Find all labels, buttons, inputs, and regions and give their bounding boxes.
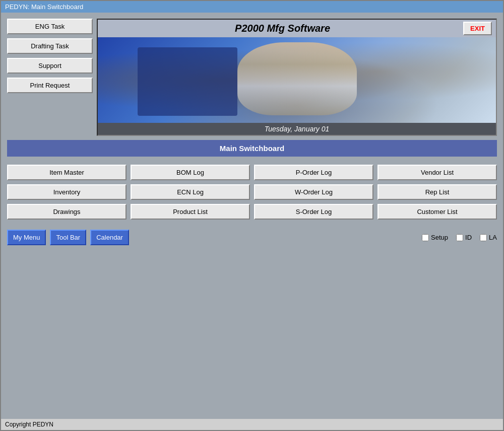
- la-checkbox[interactable]: [480, 234, 487, 241]
- s-order-log-button[interactable]: S-Order Log: [254, 204, 373, 220]
- print-request-button[interactable]: Print Request: [7, 78, 93, 93]
- window-title: PEDYN: Main Switchboard: [5, 3, 83, 11]
- tool-bar-button[interactable]: Tool Bar: [50, 230, 86, 245]
- grid-buttons: Item Master BOM Log P-Order Log Vendor L…: [7, 161, 497, 224]
- la-label: LA: [489, 234, 497, 241]
- inventory-button[interactable]: Inventory: [7, 184, 127, 200]
- ecn-log-button[interactable]: ECN Log: [131, 184, 250, 200]
- banner-image: [98, 37, 496, 123]
- header-panel: P2000 Mfg Software EXIT Tuesday, January…: [97, 19, 497, 136]
- app-title: P2000 Mfg Software: [102, 23, 463, 34]
- item-master-button[interactable]: Item Master: [7, 165, 127, 180]
- w-order-log-button[interactable]: W-Order Log: [254, 184, 373, 200]
- copyright-text: Copyright PEDYN: [5, 421, 53, 428]
- copyright-bar: Copyright PEDYN: [1, 419, 503, 430]
- drafting-task-button[interactable]: Drafting Task: [7, 38, 93, 54]
- rep-list-button[interactable]: Rep List: [377, 184, 497, 200]
- id-checkbox[interactable]: [456, 234, 463, 241]
- setup-label: Setup: [431, 234, 448, 241]
- id-label: ID: [465, 234, 472, 241]
- p-order-log-button[interactable]: P-Order Log: [254, 165, 373, 180]
- date-display: Tuesday, January 01: [98, 123, 496, 135]
- drawings-button[interactable]: Drawings: [7, 204, 127, 220]
- bom-log-button[interactable]: BOM Log: [131, 165, 250, 180]
- checkbox-group: Setup ID LA: [422, 234, 497, 241]
- product-list-button[interactable]: Product List: [131, 204, 250, 220]
- header-top: P2000 Mfg Software EXIT: [98, 20, 496, 37]
- setup-checkbox-item: Setup: [422, 234, 448, 241]
- setup-checkbox[interactable]: [422, 234, 429, 241]
- my-menu-button[interactable]: My Menu: [7, 230, 46, 245]
- exit-button[interactable]: EXIT: [463, 22, 492, 35]
- person-image: [237, 42, 357, 115]
- main-content: ENG Task Drafting Task Support Print Req…: [1, 13, 503, 419]
- customer-list-button[interactable]: Customer List: [377, 204, 497, 220]
- top-section: ENG Task Drafting Task Support Print Req…: [7, 19, 497, 136]
- main-window: PEDYN: Main Switchboard ENG Task Draftin…: [0, 0, 504, 431]
- eng-task-button[interactable]: ENG Task: [7, 19, 93, 34]
- left-buttons: ENG Task Drafting Task Support Print Req…: [7, 19, 93, 136]
- id-checkbox-item: ID: [456, 234, 472, 241]
- switchboard-label: Main Switchboard: [7, 140, 497, 157]
- vendor-list-button[interactable]: Vendor List: [377, 165, 497, 180]
- bottom-bar: My Menu Tool Bar Calendar Setup ID LA: [7, 228, 497, 247]
- title-bar: PEDYN: Main Switchboard: [1, 1, 503, 13]
- support-button[interactable]: Support: [7, 58, 93, 74]
- calendar-button[interactable]: Calendar: [90, 230, 129, 245]
- la-checkbox-item: LA: [480, 234, 497, 241]
